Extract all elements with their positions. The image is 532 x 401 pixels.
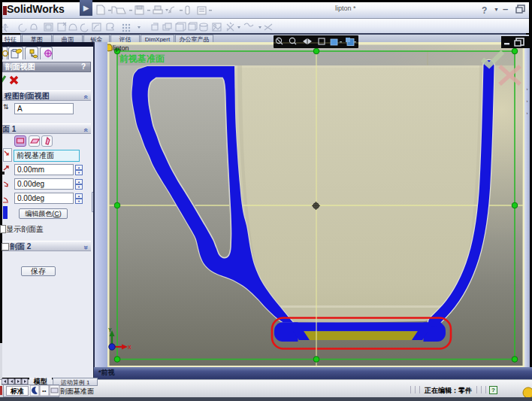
svg-text:X: X [128, 345, 131, 350]
svg-text:lipton: lipton [113, 44, 129, 52]
svg-text:前视基准面: 前视基准面 [119, 53, 165, 64]
svg-text:••: •• [42, 387, 47, 394]
